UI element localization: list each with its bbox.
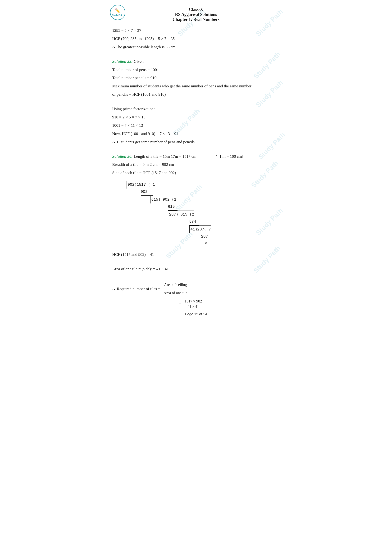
fraction-area: Area of ceiling Area of one tile [162, 281, 189, 297]
fraction-values: 1517 × 902 41 × 41 [183, 299, 203, 309]
sol30-breadth: Breadth of a tile = 9 m 2 cm = 902 cm [112, 161, 280, 168]
div-row3: 615) 902 (1 [150, 196, 176, 203]
header-chapter: Chapter 1: Real Numbers [112, 17, 280, 22]
page-number: Page 12 of 14 [185, 312, 207, 316]
sol29-hcf-result: Now, HCF (1001 and 910) = 7 × 13 = 91 [112, 131, 280, 137]
div-row1: 902)1517 ( 1 [126, 181, 155, 188]
div-row6: 574 [189, 218, 199, 225]
main-content: 1295 = 5 × 7 × 37 HCF (700, 385 and 1295… [112, 27, 280, 309]
equals-sign-2: = [179, 302, 181, 306]
logo-text: Study Path [112, 14, 123, 17]
fraction-numerator-1: Area of ceiling [163, 281, 188, 289]
sol29-max: Maximum number of students who get the s… [112, 83, 280, 90]
sol29-1001: 1001 = 7 × 11 × 13 [112, 122, 280, 129]
page-footer: Page 12 of 14 [98, 312, 294, 316]
sol30-side: Side of each tile = HCF (1517 and 902) [112, 170, 280, 176]
solution-29-label: Solution 29: [112, 59, 133, 64]
div-row4: 615 [168, 203, 177, 211]
fraction-denominator-1: Area of one tile [162, 289, 189, 297]
div-row8: 287 [201, 233, 211, 240]
sol29-hcf: of pencils = HCF (1001 and 910) [112, 91, 280, 98]
fraction-numerator-2: 1517 × 902 [183, 299, 203, 304]
solution-30-label: Solution 30: [112, 154, 133, 159]
line-hcf700: HCF (700, 385 and 1295) = 5 × 7 = 35 [112, 35, 280, 42]
div-row9: × [205, 241, 207, 246]
logo: ✏️ Study Path [110, 5, 126, 21]
line-greatest: ∴ The greatest possible length is 35 cm. [112, 44, 280, 51]
sol30-length: Length of a tile = 15m 17m = 1517 cm [133, 154, 196, 159]
sol29-prime: Using prime factorization: [112, 106, 280, 112]
fraction-denominator-2: 41 × 41 [186, 304, 201, 309]
header-class: Class-X [112, 7, 280, 12]
div-row5: 287) 615 (2 [168, 211, 194, 218]
header-book: RS Aggarwal Solutions [112, 12, 280, 17]
line-1295: 1295 = 5 × 7 × 37 [112, 27, 280, 34]
solution-30-header-line: Solution 30: Length of a tile = 15m 17m … [112, 153, 280, 160]
sol30-note: [∵ 1 m = 100 cm] [215, 154, 243, 159]
hcf-result: HCF (1517 and 902) = 41 [112, 251, 280, 258]
sol29-pens: Total number of pens = 1001 [112, 67, 280, 73]
required-label: Required number of tiles = [116, 285, 161, 293]
sol29-910: 910 = 2 × 5 × 7 × 13 [112, 114, 280, 121]
div-row2: 902 [141, 188, 153, 196]
logo-icon: ✏️ [115, 8, 120, 14]
sol29-pencils: Total number pencils = 910 [112, 75, 280, 82]
div-row7: 41)287( 7 [189, 225, 211, 233]
therefore-symbol: ∴ [112, 285, 115, 293]
area-one-tile: Area of one tile = (side)² = 41 × 41 [112, 266, 280, 273]
solution-29-header-line: Solution 29: Given: [112, 58, 280, 65]
division-calculation: 902)1517 ( 1 902 615) 902 (1 615 287) 61… [126, 181, 280, 247]
sol29-conclusion: ∴ 91 students get same number of pens an… [112, 139, 280, 146]
solution-29-given: Given: [133, 59, 145, 64]
fraction-row-2: = 1517 × 902 41 × 41 [179, 299, 280, 309]
page-header: Class-X RS Aggarwal Solutions Chapter 1:… [112, 7, 280, 22]
required-tiles-line: ∴ Required number of tiles = Area of cei… [112, 281, 280, 297]
